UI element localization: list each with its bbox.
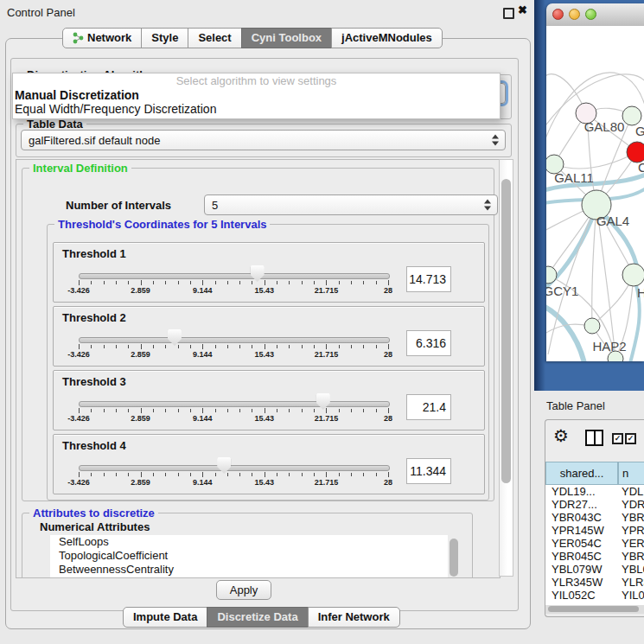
minimize-traffic-light-icon[interactable] bbox=[569, 9, 580, 20]
table-row[interactable]: YIL052CYIL0 bbox=[545, 589, 644, 602]
table-header-n[interactable]: n bbox=[618, 462, 644, 485]
tick-mark bbox=[302, 281, 303, 284]
network-node[interactable] bbox=[622, 264, 644, 286]
tick-mark bbox=[190, 281, 191, 284]
tab-jactivemnodules[interactable]: jActiveMNodules bbox=[331, 28, 443, 48]
attribute-item-topologicalcoefficient[interactable]: TopologicalCoefficient bbox=[50, 549, 448, 563]
settings-scrollbar-thumb[interactable] bbox=[501, 179, 511, 483]
threshold-label: Threshold 3 bbox=[62, 375, 126, 388]
tick-mark bbox=[326, 472, 327, 477]
network-icon bbox=[73, 32, 84, 44]
tab-select[interactable]: Select bbox=[188, 28, 241, 48]
tick-mark bbox=[239, 473, 240, 476]
zoom-traffic-light-icon[interactable] bbox=[585, 9, 596, 20]
table-horizontal-scrollbar-thumb[interactable] bbox=[548, 606, 639, 612]
tab-style-label: Style bbox=[151, 29, 178, 48]
split-columns-icon[interactable] bbox=[585, 430, 603, 446]
checkbox-icon[interactable]: ✓ bbox=[612, 433, 623, 444]
threshold-value-field[interactable]: 14.713 bbox=[406, 266, 451, 292]
attribute-item-betweennesscentrality[interactable]: BetweennessCentrality bbox=[50, 563, 448, 577]
algorithm-option-manual-discretization[interactable]: Manual Discretization bbox=[13, 88, 500, 102]
tick-mark bbox=[141, 280, 142, 285]
table-row[interactable]: YBR045CYBR0 bbox=[545, 550, 644, 563]
threshold-slider-thumb[interactable] bbox=[168, 329, 182, 346]
tab-impute-data[interactable]: Impute Data bbox=[123, 607, 207, 628]
network-node[interactable] bbox=[584, 318, 600, 334]
attributes-group: Attributes to discretize Numerical Attri… bbox=[22, 513, 473, 578]
tick-mark bbox=[116, 281, 117, 284]
network-node-label: GAL4 bbox=[596, 214, 629, 228]
tick-label: 9.144 bbox=[193, 286, 213, 295]
attribute-item-selfloops[interactable]: SelfLoops bbox=[50, 535, 448, 549]
tab-cyni-toolbox[interactable]: Cyni Toolbox bbox=[241, 28, 332, 48]
tick-mark bbox=[227, 281, 228, 284]
tick-mark bbox=[289, 345, 290, 348]
tab-jactivemnodules-label: jActiveMNodules bbox=[341, 29, 432, 48]
settings-scrollbar[interactable] bbox=[499, 159, 513, 577]
tab-infer-network[interactable]: Infer Network bbox=[308, 607, 400, 628]
number-of-intervals-combo[interactable]: 5 bbox=[204, 194, 498, 215]
table-row[interactable]: YDR27...YDR2 bbox=[545, 498, 644, 511]
threshold-slider-track[interactable] bbox=[79, 465, 390, 471]
tick-mark bbox=[265, 408, 265, 413]
table-row[interactable]: YER054CYER0 bbox=[545, 537, 644, 550]
tab-discretize-data[interactable]: Discretize Data bbox=[207, 607, 308, 628]
network-node-label: GAL11 bbox=[554, 170, 594, 185]
tick-mark bbox=[252, 281, 252, 284]
tick-mark bbox=[351, 281, 352, 284]
tick-mark bbox=[178, 281, 179, 284]
control-panel-title: Control Panel bbox=[7, 6, 75, 19]
network-canvas[interactable]: GAL80G.CGAL11GAL4GCY1HHAP2 bbox=[546, 26, 644, 361]
table-row[interactable]: YLR345WYLR3 bbox=[545, 576, 644, 589]
attributes-list-scrollbar[interactable] bbox=[450, 539, 458, 577]
tick-mark bbox=[190, 345, 191, 348]
close-icon[interactable]: ✖ bbox=[518, 3, 527, 16]
apply-button[interactable]: Apply bbox=[216, 580, 271, 600]
tick-mark bbox=[326, 408, 327, 413]
tick-mark bbox=[314, 345, 315, 348]
tick-mark bbox=[165, 409, 166, 412]
table-cell-name: YIL0 bbox=[618, 589, 644, 602]
tab-impute-data-label: Impute Data bbox=[133, 608, 197, 627]
tick-mark bbox=[265, 344, 265, 349]
threshold-slider-track[interactable] bbox=[79, 273, 390, 279]
tab-style[interactable]: Style bbox=[141, 28, 188, 48]
threshold-slider-thumb[interactable] bbox=[316, 393, 330, 410]
table-horizontal-scrollbar[interactable] bbox=[545, 605, 644, 614]
tick-mark bbox=[215, 473, 216, 476]
threshold-slider-track[interactable] bbox=[79, 401, 390, 407]
float-window-icon[interactable] bbox=[503, 8, 514, 19]
threshold-slider-thumb[interactable] bbox=[251, 265, 265, 282]
close-traffic-light-icon[interactable] bbox=[552, 9, 564, 20]
table-row[interactable]: YBR043CYBR0 bbox=[545, 511, 644, 524]
checkbox-icon[interactable]: ✓ bbox=[625, 433, 636, 444]
table-header-shared[interactable]: shared... bbox=[545, 462, 618, 485]
gear-icon[interactable]: ⚙ bbox=[553, 427, 569, 444]
tick-mark bbox=[215, 345, 216, 348]
tick-label: 21.715 bbox=[315, 478, 339, 487]
threshold-value-field[interactable]: 11.344 bbox=[406, 458, 451, 484]
threshold-slider-track[interactable] bbox=[79, 337, 390, 343]
tick-mark bbox=[104, 345, 105, 348]
table-row[interactable]: YBL079WYBL0 bbox=[545, 563, 644, 576]
table-row[interactable]: YDL19...YDL1 bbox=[545, 485, 644, 498]
tick-mark bbox=[239, 409, 240, 412]
tick-label: 15.43 bbox=[255, 350, 275, 359]
table-cell-name: YDR2 bbox=[618, 498, 644, 511]
bottom-tab-bar: Impute DataDiscretize DataInfer Network bbox=[123, 607, 400, 628]
network-node[interactable] bbox=[622, 106, 641, 125]
tick-mark bbox=[351, 345, 352, 348]
tick-mark bbox=[190, 473, 191, 476]
tick-mark bbox=[314, 281, 315, 284]
tab-network[interactable]: Network bbox=[62, 28, 142, 48]
tick-mark bbox=[363, 473, 364, 476]
table-cell-shared-name: YBR043C bbox=[545, 511, 618, 524]
threshold-value-field[interactable]: 6.316 bbox=[406, 330, 451, 356]
table-row[interactable]: YPR145WYPR1 bbox=[545, 524, 644, 537]
tick-mark bbox=[165, 281, 166, 284]
threshold-value-field[interactable]: 21.4 bbox=[406, 394, 451, 420]
threshold-slider-thumb[interactable] bbox=[217, 457, 231, 474]
algorithm-option-equal-width-frequency-discretization[interactable]: Equal Width/Frequency Discretization bbox=[13, 102, 500, 116]
table-rows: YDL19...YDL1YDR27...YDR2YBR043CYBR0YPR14… bbox=[545, 485, 644, 605]
table-data-combo[interactable]: galFiltered.sif default node bbox=[21, 130, 506, 150]
